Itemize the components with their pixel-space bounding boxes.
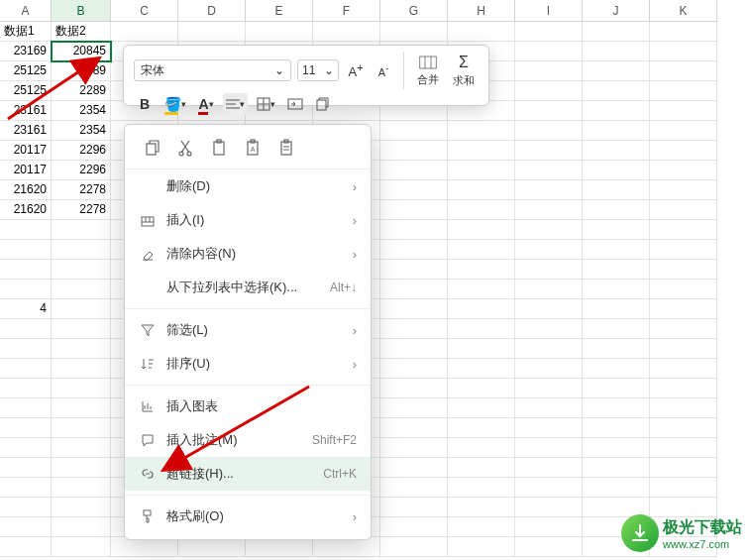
col-header-I[interactable]: I — [515, 0, 583, 22]
cell[interactable] — [313, 537, 380, 557]
border-button[interactable]: ▾ — [254, 93, 278, 115]
cell[interactable] — [583, 260, 650, 280]
cell[interactable]: 2296 — [52, 141, 111, 161]
cell[interactable]: 2289 — [52, 61, 111, 81]
cell[interactable] — [0, 537, 52, 557]
cell[interactable] — [583, 200, 650, 220]
cell[interactable] — [583, 398, 650, 418]
cell[interactable] — [583, 42, 650, 61]
cell[interactable] — [650, 478, 717, 498]
cell[interactable] — [583, 478, 650, 498]
cell[interactable] — [52, 517, 111, 537]
cell[interactable] — [0, 260, 52, 280]
col-header-G[interactable]: G — [380, 0, 448, 22]
cell[interactable] — [52, 458, 111, 478]
cell[interactable] — [515, 22, 583, 42]
cell[interactable] — [380, 161, 448, 180]
cell[interactable] — [650, 61, 717, 81]
paste-special-icon[interactable] — [273, 135, 301, 161]
cell[interactable] — [448, 260, 515, 280]
cell[interactable] — [515, 280, 583, 299]
cell[interactable] — [650, 379, 717, 398]
cell[interactable] — [583, 458, 650, 478]
decrease-font-button[interactable]: A- — [373, 59, 394, 81]
align-button[interactable]: ▾ — [223, 93, 248, 115]
cell[interactable] — [583, 61, 650, 81]
menu-sort[interactable]: 排序(U)› — [125, 347, 371, 381]
cell[interactable] — [515, 359, 583, 379]
cell[interactable] — [246, 22, 313, 42]
menu-filter[interactable]: 筛选(L)› — [125, 313, 371, 347]
col-header-E[interactable]: E — [246, 0, 313, 22]
cell[interactable] — [380, 438, 448, 458]
col-header-J[interactable]: J — [583, 0, 650, 22]
cell[interactable] — [52, 260, 111, 280]
cell[interactable] — [650, 398, 717, 418]
cell[interactable] — [448, 141, 515, 161]
paste-values-icon[interactable]: A — [240, 135, 268, 161]
cell[interactable] — [650, 101, 717, 121]
cell[interactable] — [0, 339, 52, 359]
cell[interactable] — [380, 280, 448, 299]
menu-hyperlink[interactable]: 超链接(H)...Ctrl+K — [125, 457, 371, 491]
cell[interactable] — [380, 398, 448, 418]
cell[interactable] — [448, 537, 515, 557]
cell[interactable] — [448, 359, 515, 379]
cell[interactable] — [650, 161, 717, 180]
cell[interactable] — [448, 200, 515, 220]
cell[interactable] — [52, 398, 111, 418]
cell[interactable] — [380, 418, 448, 438]
cell[interactable] — [0, 498, 52, 517]
fill-color-button[interactable]: 🪣▾ — [161, 93, 189, 115]
cell[interactable] — [515, 319, 583, 339]
cell[interactable] — [380, 339, 448, 359]
cell[interactable] — [650, 280, 717, 299]
cell[interactable] — [448, 418, 515, 438]
col-header-B[interactable]: B — [52, 0, 111, 22]
cell[interactable] — [515, 517, 583, 537]
cell[interactable] — [448, 498, 515, 517]
format-cells-button[interactable] — [312, 93, 334, 115]
cell[interactable] — [515, 339, 583, 359]
col-header-K[interactable]: K — [650, 0, 717, 22]
cell[interactable] — [246, 537, 313, 557]
menu-dropdown-select[interactable]: 从下拉列表中选择(K)...Alt+↓ — [125, 271, 371, 304]
cell[interactable] — [650, 180, 717, 200]
col-header-D[interactable]: D — [178, 0, 246, 22]
cell[interactable] — [583, 339, 650, 359]
cell[interactable] — [52, 240, 111, 260]
cell[interactable] — [448, 319, 515, 339]
cell[interactable] — [380, 200, 448, 220]
cell[interactable] — [0, 220, 52, 240]
cell[interactable] — [583, 359, 650, 379]
cell[interactable] — [380, 537, 448, 557]
cell[interactable] — [0, 517, 52, 537]
cell[interactable] — [448, 22, 515, 42]
menu-insert[interactable]: 插入(I)› — [125, 203, 371, 237]
cell[interactable] — [650, 418, 717, 438]
cell[interactable] — [380, 22, 448, 42]
cell[interactable] — [583, 101, 650, 121]
cell[interactable] — [650, 42, 717, 61]
cell[interactable] — [448, 121, 515, 141]
cell[interactable] — [515, 81, 583, 101]
cell[interactable] — [583, 319, 650, 339]
cell[interactable] — [178, 22, 246, 42]
cell[interactable] — [111, 22, 178, 42]
cell[interactable]: 2296 — [52, 161, 111, 180]
cell[interactable] — [515, 61, 583, 81]
cell[interactable] — [583, 141, 650, 161]
cell[interactable] — [583, 418, 650, 438]
cell[interactable] — [0, 438, 52, 458]
col-header-A[interactable]: A — [0, 0, 52, 22]
cell[interactable] — [52, 478, 111, 498]
merge-cells-button[interactable] — [284, 93, 306, 115]
cell[interactable] — [515, 42, 583, 61]
cell[interactable] — [583, 240, 650, 260]
cell[interactable] — [650, 22, 717, 42]
cell[interactable] — [448, 438, 515, 458]
cell[interactable] — [583, 299, 650, 319]
cell[interactable]: 2278 — [52, 200, 111, 220]
cell[interactable] — [448, 161, 515, 180]
cell[interactable] — [0, 418, 52, 438]
